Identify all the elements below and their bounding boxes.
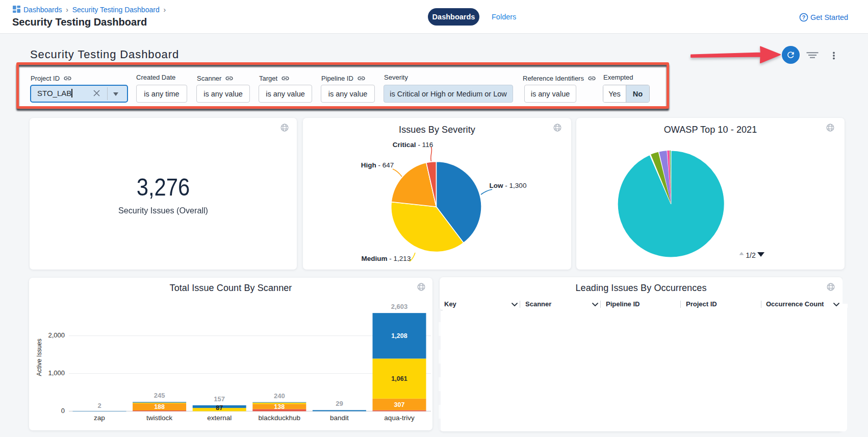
svg-text:188: 188: [154, 403, 165, 410]
svg-text:blackduckhub: blackduckhub: [259, 414, 301, 422]
svg-text:1/2: 1/2: [746, 251, 756, 259]
svg-text:Low - 1,300: Low - 1,300: [490, 182, 527, 189]
svg-text:157: 157: [214, 395, 225, 403]
svg-text:?: ?: [802, 14, 805, 20]
svg-text:307: 307: [394, 401, 405, 408]
svg-text:twistlock: twistlock: [146, 414, 172, 422]
svg-text:aqua-trivy: aqua-trivy: [384, 414, 415, 422]
svg-text:2,603: 2,603: [391, 303, 408, 310]
svg-text:1,000: 1,000: [48, 369, 65, 377]
svg-text:245: 245: [154, 392, 165, 399]
svg-text:1,061: 1,061: [391, 375, 407, 382]
svg-text:zap: zap: [94, 414, 105, 422]
svg-text:Critical - 116: Critical - 116: [393, 141, 433, 149]
svg-text:0: 0: [61, 407, 65, 415]
svg-text:Scanner: Scanner: [525, 300, 551, 308]
svg-text:external: external: [207, 414, 232, 422]
svg-text:Pipeline ID: Pipeline ID: [606, 300, 640, 308]
svg-text:1,208: 1,208: [391, 332, 407, 339]
svg-text:240: 240: [274, 392, 285, 400]
svg-text:High - 647: High - 647: [361, 161, 394, 169]
svg-text:Active Issues: Active Issues: [36, 338, 43, 376]
svg-text:2: 2: [97, 402, 101, 409]
svg-text:Occurrence Count: Occurrence Count: [766, 300, 824, 308]
svg-text:138: 138: [274, 403, 285, 410]
svg-text:87: 87: [216, 404, 223, 411]
svg-text:2,000: 2,000: [48, 331, 65, 339]
svg-text:Medium - 1,213: Medium - 1,213: [362, 255, 411, 262]
svg-text:29: 29: [336, 400, 343, 407]
svg-text:bandit: bandit: [330, 414, 349, 422]
svg-text:Key: Key: [444, 300, 457, 308]
svg-text:Project ID: Project ID: [686, 300, 717, 308]
